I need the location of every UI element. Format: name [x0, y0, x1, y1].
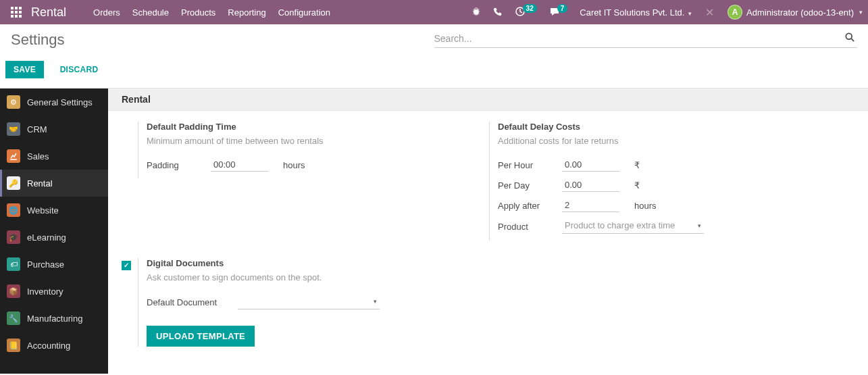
per-day-input[interactable]: [562, 178, 619, 192]
book-icon: 📒: [7, 339, 20, 352]
padding-label: Padding: [147, 160, 211, 170]
messages-badge: 7: [557, 4, 568, 13]
setting-desc: Minimum amount of time between two renta…: [147, 136, 446, 146]
bug-icon[interactable]: [471, 7, 481, 18]
phone-icon[interactable]: [493, 7, 503, 18]
search-input[interactable]: [434, 33, 843, 44]
default-document-select[interactable]: ▾: [238, 295, 380, 309]
setting-default-padding: Default Padding Time Minimum amount of t…: [122, 122, 446, 178]
key-icon: 🔑: [7, 176, 20, 190]
search-icon[interactable]: [842, 32, 857, 45]
product-select[interactable]: Product to charge extra time ▾: [562, 219, 704, 234]
section-title: Rental: [108, 89, 868, 111]
sidebar-item-inventory[interactable]: 📦 Inventory: [0, 278, 108, 305]
product-label: Product: [498, 222, 562, 232]
padding-input[interactable]: [211, 158, 268, 172]
gear-icon: ⚙: [7, 95, 20, 109]
nav-configuration[interactable]: Configuration: [278, 7, 330, 18]
activities-badge: 32: [523, 4, 537, 13]
messages-button[interactable]: 7: [549, 6, 568, 19]
handshake-icon: 🤝: [7, 122, 20, 136]
apply-after-input[interactable]: [562, 199, 619, 212]
wrench-icon: 🔧: [7, 311, 20, 325]
digital-documents-checkbox[interactable]: ✓: [122, 261, 131, 270]
chart-icon: [7, 149, 20, 163]
sidebar-item-label: Website: [27, 205, 59, 216]
sidebar-item-accounting[interactable]: 📒 Accounting: [0, 332, 108, 359]
svg-point-2: [846, 33, 852, 39]
app-title[interactable]: Rental: [31, 5, 66, 20]
chevron-down-icon: ▾: [698, 222, 701, 229]
nav-schedule[interactable]: Schedule: [132, 7, 169, 18]
chevron-down-icon: ▾: [688, 10, 692, 17]
chevron-down-icon: ▾: [859, 9, 863, 16]
settings-sidebar: ⚙ General Settings 🤝 CRM Sales 🔑 Rental …: [0, 89, 108, 374]
sidebar-item-sales[interactable]: Sales: [0, 143, 108, 170]
chevron-down-icon: ▾: [374, 298, 377, 305]
avatar: A: [727, 5, 742, 20]
box-icon: 📦: [7, 284, 20, 298]
nav-right: 32 7 Caret IT Solutions Pvt. Ltd. ▾ ✕ A …: [471, 5, 863, 20]
user-name: Administrator (odoo-13-ent): [746, 7, 854, 18]
sidebar-item-label: Manufacturing: [27, 314, 82, 324]
sidebar-item-label: CRM: [27, 124, 47, 134]
control-panel: Settings: [0, 24, 868, 54]
save-button[interactable]: SAVE: [5, 61, 44, 78]
nav-orders[interactable]: Orders: [93, 7, 120, 18]
discard-button[interactable]: DISCARD: [52, 61, 107, 78]
tag-icon: 🏷: [7, 257, 20, 271]
sidebar-item-manufacturing[interactable]: 🔧 Manufacturing: [0, 305, 108, 332]
setting-title: Digital Documents: [147, 258, 446, 268]
setting-title: Default Padding Time: [147, 122, 446, 132]
setting-title: Default Delay Costs: [498, 122, 797, 132]
sidebar-item-rental[interactable]: 🔑 Rental: [0, 170, 108, 197]
per-hour-label: Per Hour: [498, 160, 562, 170]
main-navbar: Rental Orders Schedule Products Reportin…: [0, 0, 868, 24]
settings-content: Rental Default Padding Time Minimum amou…: [108, 89, 868, 374]
globe-icon: 🌐: [7, 203, 20, 217]
search-wrap: [434, 32, 858, 48]
sidebar-item-general[interactable]: ⚙ General Settings: [0, 89, 108, 116]
sidebar-item-label: Accounting: [27, 341, 70, 351]
activities-button[interactable]: 32: [515, 6, 537, 19]
sidebar-item-crm[interactable]: 🤝 CRM: [0, 116, 108, 143]
company-switcher[interactable]: Caret IT Solutions Pvt. Ltd. ▾: [580, 7, 692, 18]
currency-symbol: ₹: [634, 180, 640, 191]
action-bar: SAVE DISCARD: [0, 54, 868, 89]
sidebar-item-label: Purchase: [27, 259, 64, 270]
per-day-label: Per Day: [498, 180, 562, 191]
svg-point-0: [474, 9, 478, 14]
padding-unit: hours: [283, 160, 305, 170]
setting-desc: Ask customer to sign documents on the sp…: [147, 272, 446, 282]
upload-template-button[interactable]: UPLOAD TEMPLATE: [147, 326, 255, 347]
setting-digital-documents: ✓ Digital Documents Ask customer to sign…: [122, 258, 446, 347]
setting-delay-costs: Default Delay Costs Additional costs for…: [473, 122, 797, 241]
nav-reporting[interactable]: Reporting: [228, 7, 265, 18]
sidebar-item-website[interactable]: 🌐 Website: [0, 197, 108, 224]
per-hour-input[interactable]: [562, 158, 619, 172]
company-name: Caret IT Solutions Pvt. Ltd.: [580, 7, 684, 18]
body: ⚙ General Settings 🤝 CRM Sales 🔑 Rental …: [0, 89, 868, 374]
sidebar-item-label: Rental: [27, 178, 53, 189]
sidebar-item-label: eLearning: [27, 232, 66, 243]
apply-after-label: Apply after: [498, 201, 562, 211]
nav-products[interactable]: Products: [181, 7, 215, 18]
close-icon[interactable]: ✕: [704, 6, 715, 19]
sidebar-item-purchase[interactable]: 🏷 Purchase: [0, 251, 108, 278]
sidebar-item-label: General Settings: [27, 97, 93, 107]
apps-icon[interactable]: [8, 4, 24, 20]
user-menu[interactable]: A Administrator (odoo-13-ent) ▾: [727, 5, 863, 20]
setting-desc: Additional costs for late returns: [498, 136, 797, 146]
sidebar-item-label: Sales: [27, 151, 49, 161]
graduation-icon: 🎓: [7, 230, 20, 244]
apply-after-unit: hours: [634, 201, 657, 211]
product-select-placeholder: Product to charge extra time: [565, 220, 675, 230]
default-document-label: Default Document: [147, 297, 238, 307]
sidebar-item-elearning[interactable]: 🎓 eLearning: [0, 224, 108, 251]
page-title: Settings: [11, 31, 65, 49]
sidebar-item-label: Inventory: [27, 286, 63, 297]
currency-symbol: ₹: [634, 160, 640, 170]
nav-links: Orders Schedule Products Reporting Confi…: [93, 7, 330, 18]
